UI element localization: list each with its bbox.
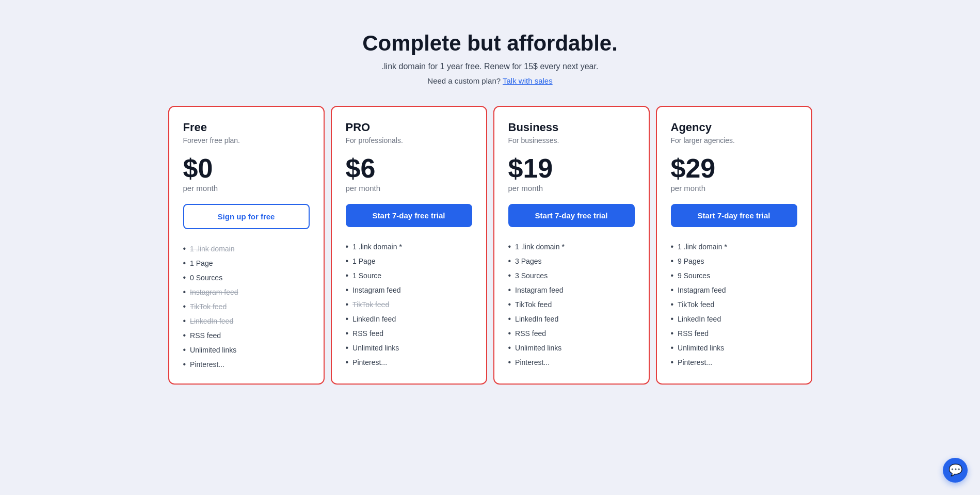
feature-item: TikTok feed <box>671 297 797 312</box>
feature-item: 1 Page <box>183 256 310 270</box>
price-amount-pro: $6 <box>346 155 472 182</box>
feature-item: Unlimited links <box>508 341 635 355</box>
feature-list-agency: 1 .link domain *9 Pages9 SourcesInstagra… <box>671 239 797 370</box>
feature-item: Unlimited links <box>346 341 472 355</box>
feature-item: LinkedIn feed <box>183 314 310 328</box>
feature-item: LinkedIn feed <box>346 312 472 326</box>
feature-item: 9 Sources <box>671 268 797 283</box>
price-period-agency: per month <box>671 184 797 193</box>
plan-card-agency: AgencyFor larger agencies.$29per monthSt… <box>656 106 812 385</box>
feature-item: 9 Pages <box>671 254 797 268</box>
price-amount-agency: $29 <box>671 155 797 182</box>
plan-card-business: BusinessFor businesses.$19per monthStart… <box>493 106 650 385</box>
feature-item: Instagram feed <box>346 283 472 297</box>
feature-item: LinkedIn feed <box>508 312 635 326</box>
feature-item: 1 .link domain <box>183 242 310 256</box>
feature-item: Instagram feed <box>671 283 797 297</box>
feature-item: 1 .link domain * <box>671 239 797 254</box>
cta-button-business[interactable]: Start 7-day free trial <box>508 204 635 227</box>
feature-item: Unlimited links <box>183 343 310 357</box>
page-title: Complete but affordable. <box>10 31 970 56</box>
feature-item: 1 .link domain * <box>508 239 635 254</box>
feature-item: Instagram feed <box>183 285 310 299</box>
feature-item: TikTok feed <box>508 297 635 312</box>
custom-plan-text: Need a custom plan? Talk with sales <box>10 76 970 85</box>
feature-item: Pinterest... <box>346 355 472 370</box>
plan-name-pro: PRO <box>346 121 472 134</box>
plan-name-agency: Agency <box>671 121 797 134</box>
pricing-grid: FreeForever free plan.$0per monthSign up… <box>165 106 815 385</box>
plan-card-pro: PROFor professionals.$6per monthStart 7-… <box>331 106 487 385</box>
feature-item: RSS feed <box>671 326 797 341</box>
chat-icon: 💬 <box>949 464 962 477</box>
feature-item: 1 .link domain * <box>346 239 472 254</box>
plan-tagline-free: Forever free plan. <box>183 136 310 145</box>
feature-item: 1 Page <box>346 254 472 268</box>
cta-button-pro[interactable]: Start 7-day free trial <box>346 204 472 227</box>
feature-item: Unlimited links <box>671 341 797 355</box>
feature-list-business: 1 .link domain *3 Pages3 SourcesInstagra… <box>508 239 635 370</box>
chat-button[interactable]: 💬 <box>943 458 968 483</box>
plan-name-free: Free <box>183 121 310 134</box>
price-block-business: $19per month <box>508 155 635 193</box>
feature-item: 0 Sources <box>183 270 310 285</box>
feature-item: Pinterest... <box>508 355 635 370</box>
feature-item: Pinterest... <box>671 355 797 370</box>
price-block-pro: $6per month <box>346 155 472 193</box>
page-subtitle: .link domain for 1 year free. Renew for … <box>10 62 970 71</box>
feature-item: Instagram feed <box>508 283 635 297</box>
price-block-agency: $29per month <box>671 155 797 193</box>
plan-tagline-business: For businesses. <box>508 136 635 145</box>
price-amount-free: $0 <box>183 155 310 182</box>
cta-button-agency[interactable]: Start 7-day free trial <box>671 204 797 227</box>
feature-item: TikTok feed <box>346 297 472 312</box>
price-period-free: per month <box>183 184 310 193</box>
feature-item: Pinterest... <box>183 357 310 372</box>
feature-item: 1 Source <box>346 268 472 283</box>
plan-tagline-agency: For larger agencies. <box>671 136 797 145</box>
price-period-business: per month <box>508 184 635 193</box>
feature-item: RSS feed <box>183 328 310 343</box>
plan-card-free: FreeForever free plan.$0per monthSign up… <box>168 106 325 385</box>
feature-item: RSS feed <box>346 326 472 341</box>
plan-name-business: Business <box>508 121 635 134</box>
price-block-free: $0per month <box>183 155 310 193</box>
feature-item: TikTok feed <box>183 299 310 314</box>
cta-button-free[interactable]: Sign up for free <box>183 204 310 229</box>
page-header: Complete but affordable. .link domain fo… <box>10 31 970 85</box>
plan-tagline-pro: For professionals. <box>346 136 472 145</box>
feature-list-pro: 1 .link domain *1 Page1 SourceInstagram … <box>346 239 472 370</box>
feature-item: 3 Pages <box>508 254 635 268</box>
price-amount-business: $19 <box>508 155 635 182</box>
talk-to-sales-link[interactable]: Talk with sales <box>503 76 553 85</box>
price-period-pro: per month <box>346 184 472 193</box>
feature-item: RSS feed <box>508 326 635 341</box>
feature-item: 3 Sources <box>508 268 635 283</box>
feature-item: LinkedIn feed <box>671 312 797 326</box>
feature-list-free: 1 .link domain1 Page0 SourcesInstagram f… <box>183 242 310 372</box>
